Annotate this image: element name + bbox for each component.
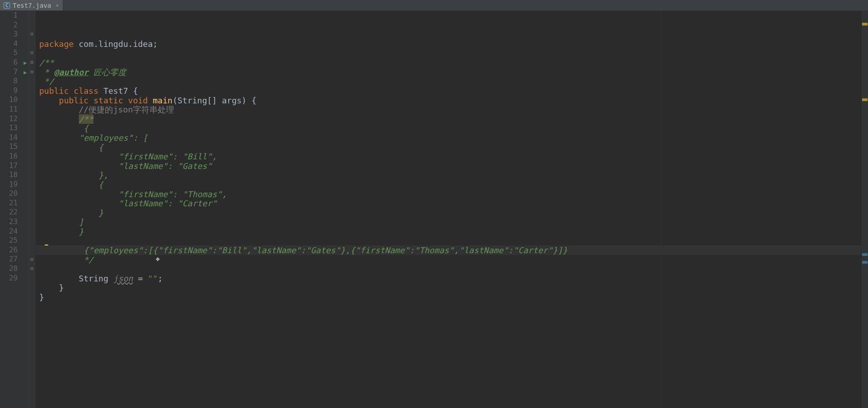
line-number[interactable]: 11 <box>0 105 18 114</box>
error-stripe[interactable] <box>862 11 868 408</box>
fold-strip[interactable]: ⊟⊟⊟⊟⊟⊟ <box>29 11 36 408</box>
line-number[interactable]: 22 <box>0 208 18 217</box>
line-number[interactable]: 27 <box>0 255 18 264</box>
code-line[interactable]: "lastName": "Carter" <box>39 199 862 209</box>
line-number[interactable]: 23 <box>0 217 18 227</box>
fold-toggle-icon[interactable]: ⊟ <box>30 51 34 55</box>
stripe-marker[interactable] <box>862 23 868 26</box>
code-line[interactable]: { <box>39 124 862 133</box>
code-line[interactable]: ] <box>39 218 862 227</box>
close-tab-icon[interactable]: × <box>56 0 59 11</box>
code-editor[interactable]: 123456▶7▶8910111213141516171819202122232… <box>0 11 868 408</box>
code-line[interactable]: "firstName": "Thomas", <box>39 190 862 199</box>
editor-tab-bar: C Test7.java × <box>0 0 868 11</box>
file-tab[interactable]: C Test7.java × <box>0 0 63 10</box>
line-number[interactable]: 16 <box>0 152 18 161</box>
code-line[interactable]: }, <box>39 171 862 180</box>
line-number[interactable]: 8 <box>0 76 18 86</box>
code-line[interactable]: { <box>39 180 862 190</box>
code-line[interactable]: } <box>39 283 862 293</box>
code-line[interactable]: */ <box>39 77 862 87</box>
code-line[interactable] <box>39 265 862 274</box>
line-number[interactable]: 12 <box>0 114 18 124</box>
line-number[interactable]: 6▶ <box>0 58 18 67</box>
line-number[interactable]: 14 <box>0 133 18 143</box>
code-line[interactable]: /** <box>39 58 862 68</box>
code-line[interactable]: {"employees":[{"firstName":"Bill","lastN… <box>39 246 862 255</box>
line-number[interactable]: 9 <box>0 86 18 96</box>
fold-toggle-icon[interactable]: ⊟ <box>30 70 34 74</box>
code-line[interactable]: } <box>39 293 862 302</box>
code-line[interactable]: } <box>39 209 862 218</box>
fold-toggle-icon[interactable]: ⊟ <box>30 32 34 36</box>
code-area[interactable]: package com.lingdu.idea;/** * @author 匠心… <box>36 11 862 408</box>
line-number[interactable]: 28 <box>0 264 18 274</box>
code-line[interactable]: "employees": [ <box>39 133 862 143</box>
line-number[interactable]: 26 <box>0 245 18 255</box>
code-line[interactable]: public class Test7 { <box>39 87 862 96</box>
java-class-icon: C <box>4 2 10 9</box>
code-line[interactable]: } <box>39 227 862 237</box>
line-number[interactable]: 4 <box>0 39 18 49</box>
line-number[interactable]: 13 <box>0 123 18 133</box>
stripe-marker[interactable] <box>862 261 868 264</box>
line-number[interactable]: 24 <box>0 227 18 236</box>
line-number[interactable]: 3 <box>0 30 18 39</box>
code-line[interactable]: "firstName": "Bill", <box>39 152 862 162</box>
code-line[interactable]: //便捷的json字符串处理 <box>39 105 862 115</box>
code-line[interactable]: { <box>39 143 862 153</box>
code-line[interactable]: package com.lingdu.idea; <box>39 40 862 49</box>
line-number[interactable]: 19 <box>0 180 18 189</box>
run-gutter-icon[interactable]: ▶ <box>24 68 27 77</box>
line-number[interactable]: 15 <box>0 142 18 152</box>
code-line[interactable] <box>39 49 862 59</box>
code-line[interactable]: /** <box>39 115 862 124</box>
fold-toggle-icon[interactable]: ⊟ <box>30 266 34 271</box>
source-code[interactable]: package com.lingdu.idea;/** * @author 匠心… <box>39 40 862 311</box>
fold-toggle-icon[interactable]: ⊟ <box>30 60 34 65</box>
stripe-marker[interactable] <box>862 253 868 256</box>
line-number[interactable]: 29 <box>0 274 18 283</box>
code-line[interactable]: String json = ""; <box>39 274 862 284</box>
code-line[interactable] <box>39 236 862 246</box>
code-line[interactable] <box>39 302 862 312</box>
line-number[interactable]: 7▶ <box>0 67 18 77</box>
code-line[interactable]: */ <box>39 255 862 265</box>
line-number[interactable]: 10 <box>0 95 18 105</box>
code-line[interactable]: public static void main(String[] args) { <box>39 96 862 106</box>
run-gutter-icon[interactable]: ▶ <box>24 58 27 68</box>
line-number[interactable]: 5 <box>0 48 18 58</box>
line-number[interactable]: 25 <box>0 236 18 245</box>
code-line[interactable]: * @author 匠心零度 <box>39 68 862 77</box>
line-number[interactable]: 17 <box>0 161 18 171</box>
fold-toggle-icon[interactable]: ⊟ <box>30 257 34 262</box>
code-line[interactable]: "lastName": "Gates" <box>39 162 862 171</box>
file-tab-label: Test7.java <box>13 0 51 11</box>
line-number[interactable]: 2 <box>0 20 18 30</box>
line-number-gutter[interactable]: 123456▶7▶8910111213141516171819202122232… <box>0 11 29 408</box>
line-number[interactable]: 1 <box>0 11 18 20</box>
stripe-marker[interactable] <box>862 98 868 101</box>
line-number[interactable]: 21 <box>0 199 18 208</box>
line-number[interactable]: 20 <box>0 189 18 199</box>
line-number[interactable]: 18 <box>0 170 18 180</box>
